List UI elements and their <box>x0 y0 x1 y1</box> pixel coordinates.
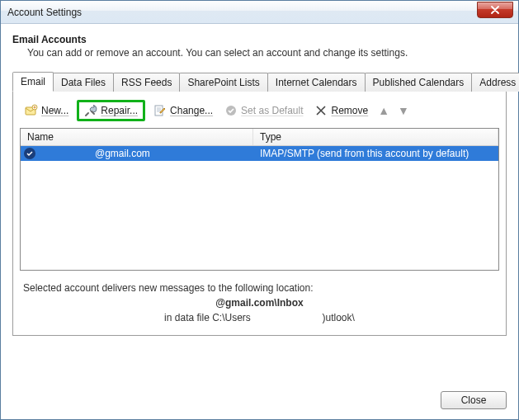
accounts-list: Name Type @gmail.com IMAP/SMTP (send fro… <box>20 128 499 271</box>
close-button[interactable]: Close <box>441 391 507 409</box>
list-body[interactable]: @gmail.com IMAP/SMTP (send from this acc… <box>21 146 498 270</box>
close-icon <box>491 6 499 14</box>
section-subtitle: You can add or remove an account. You ca… <box>27 47 507 59</box>
window-title: Account Settings <box>7 7 477 18</box>
tab-panel-email: New... Repair... <box>12 91 507 336</box>
list-header: Name Type <box>21 129 498 146</box>
remove-button[interactable]: Remove <box>311 102 371 119</box>
account-row[interactable]: @gmail.com IMAP/SMTP (send from this acc… <box>21 146 498 161</box>
tab-address-books[interactable]: Address Books <box>471 73 519 92</box>
set-default-label: Set as Default <box>241 105 303 116</box>
tab-sharepoint-lists[interactable]: SharePoint Lists <box>179 73 267 92</box>
repair-button[interactable]: Repair... <box>81 102 141 119</box>
location-path: @gmail.com\Inbox <box>215 297 303 309</box>
move-down-button: ▼ <box>396 105 411 116</box>
tab-email[interactable]: Email <box>12 72 54 92</box>
account-type: IMAP/SMTP (send from this account by def… <box>253 147 498 160</box>
set-default-button: Set as Default <box>221 102 306 119</box>
column-name[interactable]: Name <box>21 129 253 145</box>
default-account-icon <box>24 148 35 159</box>
column-type[interactable]: Type <box>253 129 498 145</box>
tab-strip: Email Data Files RSS Feeds SharePoint Li… <box>12 72 507 92</box>
account-name: @gmail.com <box>95 148 150 159</box>
tab-data-files[interactable]: Data Files <box>53 73 114 92</box>
tab-rss-feeds[interactable]: RSS Feeds <box>113 73 180 92</box>
window-close-button[interactable] <box>477 2 513 18</box>
change-button-label: Change... <box>170 105 213 116</box>
section-title: Email Accounts <box>12 34 507 45</box>
repair-icon <box>84 104 97 117</box>
new-button[interactable]: New... <box>21 102 72 119</box>
remove-icon <box>314 104 328 117</box>
change-icon <box>153 104 167 117</box>
remove-button-label: Remove <box>331 105 368 116</box>
content-area: Email Accounts You can add or remove an … <box>1 24 518 385</box>
location-intro: Selected account delivers new messages t… <box>23 282 496 294</box>
account-settings-dialog: Account Settings Email Accounts You can … <box>0 0 519 420</box>
change-button[interactable]: Change... <box>150 102 216 119</box>
datafile-prefix: in data file C:\Users <box>164 312 251 323</box>
repair-highlight: Repair... <box>77 100 145 121</box>
new-mail-icon <box>25 104 38 117</box>
new-button-label: New... <box>41 105 68 116</box>
check-circle-icon <box>224 104 238 117</box>
move-up-button: ▲ <box>376 105 391 116</box>
titlebar: Account Settings <box>1 1 518 24</box>
datafile-suffix: )utlook\ <box>323 312 355 323</box>
tab-published-calendars[interactable]: Published Calendars <box>365 73 473 92</box>
location-info: Selected account delivers new messages t… <box>20 271 499 327</box>
toolbar: New... Repair... <box>20 98 499 128</box>
repair-button-label: Repair... <box>101 105 138 116</box>
tab-internet-calendars[interactable]: Internet Calendars <box>267 73 366 92</box>
dialog-footer: Close <box>1 385 518 419</box>
